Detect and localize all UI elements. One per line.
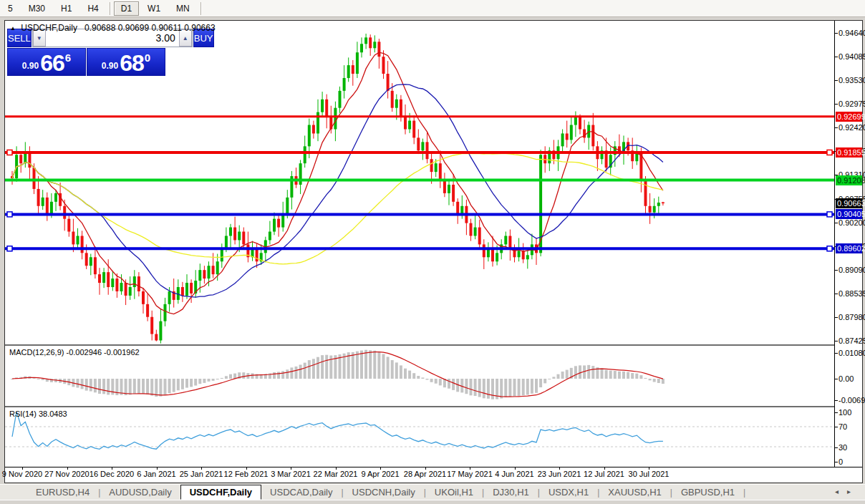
macd-bar <box>601 368 604 379</box>
line-handle[interactable] <box>827 246 832 251</box>
indicator-axis-tick: 0.010805 <box>839 349 865 357</box>
line-handle[interactable] <box>827 212 832 217</box>
bull-candle <box>168 291 171 304</box>
timeframe-button-m30[interactable]: M30 <box>21 1 52 16</box>
timeframe-button-h1[interactable]: H1 <box>54 1 79 16</box>
bull-candle <box>373 42 376 48</box>
chart-tab-audusd[interactable]: AUDUSD,Daily <box>100 485 180 500</box>
date-tick <box>470 467 470 470</box>
bear-candle <box>312 125 315 134</box>
macd-bar <box>251 373 254 379</box>
macd-bar <box>308 360 311 379</box>
timeframe-button-5[interactable]: 5 <box>1 1 20 16</box>
tabbar-scroll-right-icon[interactable]: ▸ <box>847 488 859 495</box>
macd-bar <box>273 372 276 379</box>
line-handle[interactable] <box>827 150 832 155</box>
bull-candle <box>526 255 529 259</box>
macd-bar <box>129 379 132 394</box>
expand-panel-icon[interactable]: ▲ <box>10 25 16 32</box>
timeframe-button-d1[interactable]: D1 <box>114 1 139 16</box>
symbol-period-label: USDCHF,Daily <box>21 23 77 33</box>
macd-bar <box>77 379 79 388</box>
chart-tab-eurusd[interactable]: EURUSD,H4 <box>27 485 98 500</box>
line-handle[interactable] <box>7 212 12 217</box>
macd-bar <box>325 355 328 379</box>
macd-bar <box>644 378 647 379</box>
macd-bar <box>478 379 481 397</box>
macd-bar <box>474 379 477 396</box>
chart-tab-ukoil[interactable]: UKOil,H1 <box>426 485 482 500</box>
rsi-splitter[interactable] <box>5 406 862 407</box>
date-tick <box>559 467 560 470</box>
macd-bar <box>653 379 656 382</box>
macd-bar <box>426 379 429 380</box>
macd-bar <box>566 370 569 379</box>
macd-bar <box>360 351 363 379</box>
chart-tab-usdcad[interactable]: USDCAD,Daily <box>261 485 341 500</box>
chart-tab-usdchf[interactable]: USDCHF,Daily <box>180 485 261 500</box>
bull-candle <box>356 52 359 74</box>
macd-bar <box>465 379 468 394</box>
macd-bar <box>125 379 127 395</box>
line-handle[interactable] <box>7 150 12 155</box>
macd-bar <box>561 372 564 379</box>
buy-price-tile[interactable]: 0.90 68 0 <box>87 48 165 76</box>
bull-candle <box>496 253 498 261</box>
bull-candle <box>229 228 232 236</box>
line-handle[interactable] <box>7 246 12 251</box>
tabbar-scroll-left-icon[interactable]: ◂ <box>835 488 847 495</box>
macd-bar <box>369 350 372 379</box>
price-axis: 0.946400.940850.935300.929750.924200.918… <box>834 21 862 467</box>
bull-candle <box>504 236 507 244</box>
bull-candle <box>339 91 342 108</box>
tab-separator: | <box>743 488 745 498</box>
bear-candle <box>67 219 70 232</box>
macd-bar <box>662 379 665 384</box>
macd-bar <box>404 369 407 379</box>
chart-tab-gbpusd[interactable]: GBPUSD,H1 <box>672 485 743 500</box>
sell-price-pipette: 6 <box>65 52 71 64</box>
macd-bar <box>439 379 442 385</box>
bear-candle <box>81 236 84 253</box>
date-label: 6 Jan 2021 <box>137 470 175 478</box>
bear-candle <box>478 228 481 245</box>
date-tick <box>112 467 112 470</box>
trading-platform: 5M30H1H4D1W1MN ▲ USDCHF,Daily 0.90688 0.… <box>0 0 865 504</box>
indicator-axis-tick: -0.006948 <box>839 396 865 404</box>
macd-bar <box>491 379 494 399</box>
timeframe-button-h4[interactable]: H4 <box>80 1 105 16</box>
macd-bar <box>587 365 590 379</box>
price-badge-0.90663: 0.90663 <box>836 198 862 208</box>
date-tick <box>425 467 426 470</box>
bear-candle <box>155 334 158 341</box>
bull-candle <box>561 133 564 146</box>
bear-candle <box>63 206 66 219</box>
bear-candle <box>242 232 245 245</box>
date-tick <box>157 467 158 470</box>
macd-bar <box>142 379 145 394</box>
date-tick <box>246 467 247 470</box>
chart-tab-usdcnh[interactable]: USDCNH,Daily <box>344 485 424 500</box>
bull-candle <box>42 198 44 206</box>
bull-candle <box>304 146 306 163</box>
timeframe-button-mn[interactable]: MN <box>169 1 197 16</box>
macd-bar <box>137 379 140 394</box>
macd-bar <box>373 351 376 379</box>
bear-candle <box>649 206 652 213</box>
chart-tab-usdx[interactable]: USDX,H1 <box>540 485 597 500</box>
macd-bar <box>242 372 245 379</box>
timeframe-button-w1[interactable]: W1 <box>140 1 168 16</box>
chart-tab-xauusd[interactable]: XAUUSD,H1 <box>599 485 670 500</box>
macd-splitter[interactable] <box>5 344 862 346</box>
macd-bar <box>574 366 577 379</box>
bull-candle <box>269 232 271 241</box>
rsi-line <box>12 412 663 449</box>
date-label: 28 Apr 2021 <box>404 470 446 478</box>
sell-price-tile[interactable]: 0.90 66 6 <box>7 48 86 76</box>
macd-bar <box>155 379 158 397</box>
chart-window: ▲ USDCHF,Daily 0.90688 0.90699 0.90611 0… <box>4 20 863 483</box>
macd-bar <box>168 379 171 393</box>
chart-tab-dj30[interactable]: DJ30,H1 <box>484 485 538 500</box>
bull-candle <box>343 78 346 91</box>
bull-candle <box>159 321 162 341</box>
